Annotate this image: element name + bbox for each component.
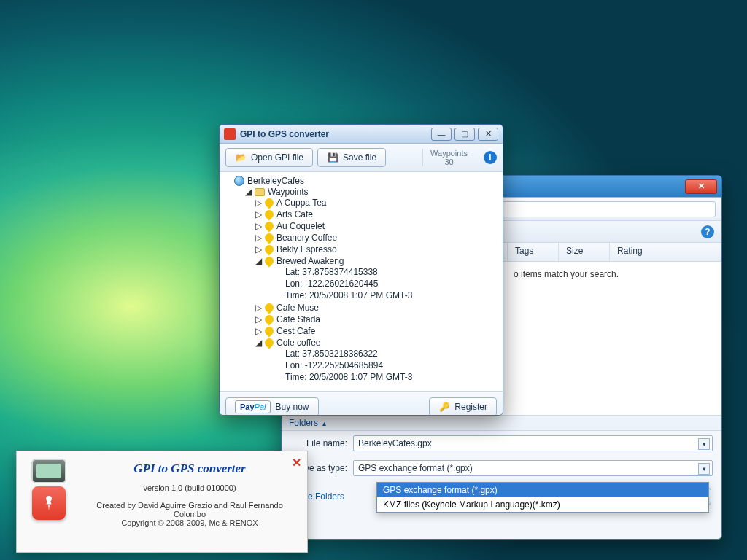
empty-message: o items match your search. [514, 269, 619, 279]
col-size[interactable]: Size [559, 243, 610, 261]
about-copyright: Copyright © 2008-2009, Mc & RENOX [81, 518, 298, 527]
waypoint-tree[interactable]: BerkeleyCafes ◢ Waypoints ▷A Cuppa Tea▷A… [220, 172, 503, 391]
close-button[interactable]: ✕ [478, 128, 498, 141]
expander-icon[interactable]: ◢ [244, 187, 252, 197]
pin-icon [265, 327, 274, 335]
expander-icon[interactable]: ▷ [255, 244, 262, 254]
expander-icon[interactable]: ▷ [255, 314, 262, 324]
waypoint-item[interactable]: Au Coquelet [276, 221, 325, 231]
savetype-row: Save as type: GPS exchange format (*.gpx… [282, 456, 721, 481]
pin-icon [265, 222, 274, 230]
gps-device-icon [31, 459, 66, 483]
open-gpi-button[interactable]: 📂 Open GPI file [225, 148, 313, 167]
waypoint-item[interactable]: Bekly Espresso [276, 244, 337, 254]
folder-open-icon: 📂 [235, 152, 247, 163]
converter-titlebar[interactable]: GPI to GPS converter — ▢ ✕ [220, 125, 503, 144]
app-icon [224, 128, 236, 140]
savetype-dropdown[interactable]: GPS exchange format (*.gpx) KMZ files (K… [376, 482, 709, 513]
pin-icon [265, 198, 274, 207]
paypal-icon: PayPal [235, 400, 271, 413]
expander-icon[interactable]: ▷ [255, 209, 262, 219]
about-close-button[interactable]: ✕ [292, 456, 301, 470]
converter-toolbar: 📂 Open GPI file 💾 Save file Waypoints 30… [220, 144, 503, 172]
filename-label: File name: [290, 438, 347, 448]
waypoint-detail: Lon: -122.26021620445 [285, 279, 378, 289]
key-icon: 🔑 [438, 401, 450, 413]
expander-icon[interactable]: ▷ [255, 198, 262, 208]
globe-icon [234, 176, 244, 186]
expander-icon[interactable]: ◢ [255, 256, 262, 266]
pin-icon [265, 315, 274, 324]
pin-icon [265, 245, 274, 254]
waypoint-item[interactable]: Arts Cafe [276, 209, 313, 219]
pin-icon [265, 338, 274, 347]
about-version: version 1.0 (build 010000) [81, 483, 298, 492]
pin-icon [265, 210, 274, 219]
waypoint-counter: Waypoints 30 [422, 149, 475, 166]
waypoint-item[interactable]: Cole coffee [276, 338, 321, 348]
window-title: GPI to GPS converter [240, 129, 329, 139]
floppy-icon: 💾 [327, 152, 338, 163]
expander-icon[interactable]: ▷ [255, 303, 262, 313]
expander-icon[interactable]: ▷ [255, 233, 262, 243]
waypoint-detail: Lon: -122.252504685894 [285, 360, 383, 370]
pin-icon [265, 303, 274, 312]
save-file-button[interactable]: 💾 Save file [317, 148, 386, 167]
tree-root[interactable]: BerkeleyCafes [247, 176, 304, 186]
waypoint-item[interactable]: Brewed Awakeng [276, 256, 344, 266]
waypoint-item[interactable]: Cest Cafe [276, 326, 315, 336]
waypoint-detail: Lat: 37.8758374415338 [285, 267, 378, 277]
expander-icon[interactable]: ▷ [255, 221, 262, 231]
col-rating[interactable]: Rating [610, 243, 721, 261]
save-close-button[interactable]: ✕ [685, 179, 717, 194]
pin-icon [265, 257, 274, 265]
about-created: Created by David Aguirre Grazio and Raul… [81, 501, 298, 518]
savetype-field[interactable]: GPS exchange format (*.gpx) ▾ [353, 460, 713, 476]
expander-icon[interactable]: ◢ [255, 338, 262, 348]
register-button[interactable]: 🔑 Register [429, 397, 497, 416]
maximize-button[interactable]: ▢ [454, 128, 475, 141]
converter-window: GPI to GPS converter — ▢ ✕ 📂 Open GPI fi… [219, 124, 503, 416]
waypoint-item[interactable]: Beanery Coffee [276, 233, 337, 243]
waypoint-detail: Lat: 37.8503218386322 [285, 349, 378, 359]
pushpin-icon [32, 486, 66, 520]
waypoint-item[interactable]: Cafe Muse [276, 303, 319, 313]
expander-icon[interactable]: ▷ [255, 326, 262, 336]
folders-toggle[interactable]: Folders ▴ [282, 415, 721, 431]
tree-folder[interactable]: Waypoints [268, 187, 309, 197]
option-kmz[interactable]: KMZ files (Keyhole Markup Language)(*.km… [377, 497, 708, 512]
waypoint-item[interactable]: Cafe Stada [276, 314, 320, 324]
converter-footer: PayPal Buy now 🔑 Register [220, 391, 503, 416]
filename-field[interactable]: BerkeleyCafes.gpx ▾ [353, 435, 713, 451]
about-title: GPI to GPS converter [81, 462, 298, 476]
option-gpx[interactable]: GPS exchange format (*.gpx) [377, 483, 708, 497]
waypoint-item[interactable]: A Cuppa Tea [276, 198, 327, 208]
chevron-down-icon[interactable]: ▾ [698, 438, 710, 450]
filename-row: File name: BerkeleyCafes.gpx ▾ [282, 431, 721, 456]
waypoint-detail: Time: 20/5/2008 1:07 PM GMT-3 [285, 290, 412, 300]
about-dialog: ✕ GPI to GPS converter version 1.0 (buil… [16, 451, 308, 553]
col-tags[interactable]: Tags [508, 243, 559, 261]
chevron-down-icon[interactable]: ▾ [698, 463, 710, 475]
help-icon[interactable]: ? [701, 225, 714, 238]
waypoint-detail: Time: 20/5/2008 1:07 PM GMT-3 [285, 372, 412, 382]
chevron-up-icon: ▴ [322, 419, 326, 427]
pin-icon [265, 233, 274, 242]
minimize-button[interactable]: — [431, 128, 452, 141]
buy-now-button[interactable]: PayPal Buy now [225, 397, 319, 416]
info-icon[interactable]: i [484, 151, 497, 164]
folder-icon [255, 188, 265, 196]
